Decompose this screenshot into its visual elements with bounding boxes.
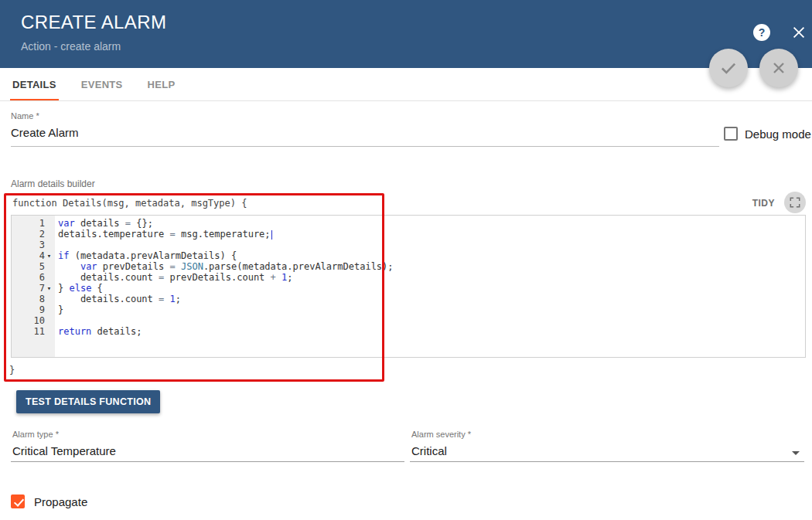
- name-label: Name *: [11, 111, 719, 121]
- function-signature: function Details(msg, metadata, msgType)…: [12, 198, 247, 209]
- name-field: Name * Create Alarm: [11, 111, 719, 147]
- alarm-type-input[interactable]: Critical Temperature: [12, 444, 404, 457]
- propagate-label: Propagate: [34, 495, 87, 508]
- dialog-subtitle: Action - create alarm: [21, 40, 121, 53]
- gutter-line: 1: [12, 218, 55, 229]
- code-line: var details = {};: [58, 218, 805, 229]
- name-input[interactable]: Create Alarm: [11, 126, 719, 139]
- help-icon[interactable]: ?: [753, 24, 770, 41]
- code-line: } else {: [58, 283, 805, 294]
- alarm-severity-field: Alarm severity * Critical: [410, 430, 804, 462]
- gutter-line: 3: [12, 240, 55, 250]
- code-line: }: [58, 304, 805, 315]
- editor-code[interactable]: var details = {};details.temperature = m…: [55, 216, 805, 357]
- dropdown-arrow-icon[interactable]: [792, 451, 800, 455]
- close-circle-icon: [769, 59, 788, 77]
- alarm-details-builder-label: Alarm details builder: [11, 178, 95, 189]
- code-editor[interactable]: 1234▾567▾891011 var details = {};details…: [11, 215, 806, 358]
- tidy-button[interactable]: TIDY: [752, 198, 775, 209]
- editor-gutter: 1234▾567▾891011: [12, 216, 55, 357]
- code-line: [58, 240, 805, 250]
- close-icon[interactable]: [790, 24, 807, 41]
- gutter-line: 6: [12, 272, 55, 283]
- debug-mode-checkbox[interactable]: [724, 127, 738, 141]
- fullscreen-button[interactable]: [784, 192, 806, 213]
- gutter-line: 5: [12, 261, 55, 272]
- dialog-title: CREATE ALARM: [21, 12, 166, 33]
- alarm-type-field: Alarm type * Critical Temperature: [11, 430, 404, 462]
- tab-events[interactable]: EVENTS: [69, 68, 135, 100]
- propagate-checkbox[interactable]: [11, 495, 25, 508]
- code-line: var prevDetails = JSON.parse(metadata.pr…: [58, 261, 805, 272]
- code-line: details.count = prevDetails.count + 1;: [58, 272, 805, 283]
- check-icon: [718, 58, 739, 78]
- confirm-button[interactable]: [709, 49, 748, 87]
- code-line: details.temperature = msg.temperature;: [58, 229, 805, 240]
- gutter-line: 9: [12, 304, 55, 315]
- tab-details[interactable]: DETAILS: [0, 68, 69, 100]
- test-details-function-button[interactable]: TEST DETAILS FUNCTION: [16, 390, 160, 413]
- expand-icon: [789, 196, 801, 209]
- alarm-severity-label: Alarm severity *: [411, 430, 804, 439]
- tab-help[interactable]: HELP: [135, 68, 188, 100]
- text-cursor: [271, 230, 273, 240]
- fold-toggle-icon[interactable]: ▾: [45, 283, 53, 294]
- tab-bar: DETAILS EVENTS HELP: [0, 68, 812, 101]
- debug-mode-row: Debug mode: [724, 127, 811, 141]
- gutter-line: 11: [12, 326, 55, 337]
- code-line: details.count = 1;: [58, 294, 805, 304]
- propagate-row: Propagate: [11, 495, 87, 508]
- alarm-severity-select[interactable]: Critical: [411, 444, 804, 457]
- code-line: [58, 315, 805, 326]
- alarm-type-label: Alarm type *: [12, 430, 404, 439]
- gutter-line: 10: [12, 315, 55, 326]
- gutter-line: 4▾: [12, 250, 55, 261]
- gutter-line: 2: [12, 229, 55, 240]
- code-line: if (metadata.prevAlarmDetails) {: [58, 250, 805, 261]
- function-closing-brace: }: [9, 365, 15, 376]
- fold-toggle-icon[interactable]: ▾: [45, 250, 53, 261]
- dialog-header: CREATE ALARM Action - create alarm ?: [0, 0, 812, 68]
- cancel-button[interactable]: [759, 49, 798, 87]
- gutter-line: 8: [12, 294, 55, 304]
- debug-mode-label: Debug mode: [745, 127, 811, 141]
- code-line: return details;: [58, 326, 805, 337]
- gutter-line: 7▾: [12, 283, 55, 294]
- create-alarm-dialog: CREATE ALARM Action - create alarm ? DET…: [0, 0, 812, 520]
